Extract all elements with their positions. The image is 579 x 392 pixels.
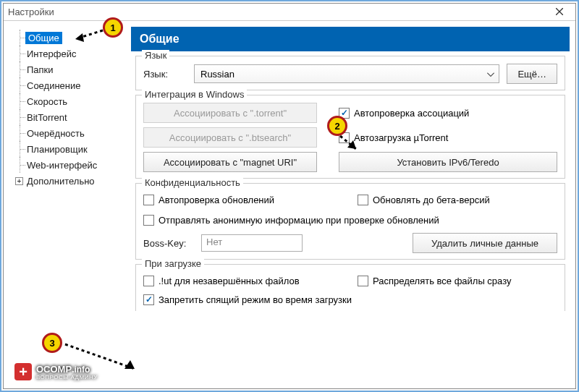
- assoc-magnet-button[interactable]: Ассоциировать с "magnet URI": [143, 152, 317, 172]
- ut-incomplete-checkbox[interactable]: [143, 276, 154, 286]
- watermark: + OCOMP.info ВОПРОСЫ АДМИНУ: [14, 363, 98, 380]
- chevron-down-icon: [487, 69, 494, 80]
- prevent-sleep-label: Запретить спящий режим во время загрузки: [159, 294, 352, 305]
- assoc-torrent-button: Ассоциировать с ".torrent": [143, 103, 317, 123]
- bosskey-label: Boss-Key:: [143, 238, 194, 249]
- annotation-badge-2: 2: [327, 116, 347, 136]
- language-label: Язык:: [143, 69, 187, 80]
- settings-tree: Общие Интерфейс Папки Соединение Скорост…: [9, 27, 125, 383]
- update-beta-label: Обновлять до бета-версий: [373, 195, 490, 205]
- titlebar: Настройки: [4, 4, 575, 21]
- panel-title: Общие: [131, 27, 570, 51]
- group-privacy-legend: Конфиденциальность: [142, 177, 243, 188]
- close-button[interactable]: [545, 4, 574, 20]
- tree-item-advanced[interactable]: +Дополнительно: [11, 173, 124, 189]
- bosskey-input[interactable]: Нет: [201, 234, 303, 252]
- tree-item-connection[interactable]: Соединение: [11, 77, 124, 93]
- update-beta-checkbox[interactable]: [358, 195, 368, 205]
- autocheck-assoc-label: Автопроверка ассоциаций: [354, 108, 469, 119]
- annotation-arrow-2: [337, 135, 366, 156]
- delete-data-button[interactable]: Удалить личные данные: [413, 233, 557, 253]
- language-value: Russian: [200, 69, 234, 80]
- ut-incomplete-label: .!ut для незавершённых файлов: [159, 276, 300, 286]
- tree-item-folders[interactable]: Папки: [11, 61, 124, 77]
- plus-icon: +: [14, 363, 32, 380]
- prealloc-checkbox[interactable]: [358, 276, 368, 286]
- prealloc-label: Распределять все файлы сразу: [373, 276, 512, 286]
- tree-item-scheduler[interactable]: Планировщик: [11, 141, 124, 157]
- svg-marker-7: [124, 360, 135, 369]
- svg-marker-3: [75, 33, 84, 42]
- autocheck-updates-label: Автопроверка обновлений: [159, 195, 274, 205]
- close-icon: [556, 8, 563, 15]
- svg-marker-5: [347, 140, 356, 149]
- install-ipv6-button[interactable]: Установить IPv6/Teredo: [339, 152, 557, 172]
- annotation-badge-1: 1: [103, 17, 123, 38]
- window-title: Настройки: [8, 7, 54, 17]
- send-anon-checkbox[interactable]: [143, 215, 154, 226]
- tree-item-webui[interactable]: Web-интерфейс: [11, 157, 124, 173]
- group-integration-legend: Интеграция в Windows: [142, 89, 247, 100]
- tree-item-interface[interactable]: Интерфейс: [11, 46, 124, 61]
- assoc-btsearch-button: Ассоциировать с ".btsearch": [143, 127, 317, 148]
- group-language-legend: Язык: [142, 50, 169, 61]
- watermark-main: OCOMP: [36, 364, 72, 375]
- watermark-sub: ВОПРОСЫ АДМИНУ: [36, 375, 98, 380]
- annotation-badge-3: 3: [42, 333, 62, 353]
- group-download: При загрузке .!ut для незавершённых файл…: [135, 264, 565, 311]
- group-download-legend: При загрузке: [142, 258, 204, 269]
- send-anon-label: Отправлять анонимную информацию при пров…: [159, 215, 439, 226]
- prevent-sleep-checkbox[interactable]: [143, 294, 154, 305]
- group-language: Язык Язык: Russian Ещё…: [135, 56, 565, 90]
- group-privacy: Конфиденциальность Автопроверка обновлен…: [135, 183, 565, 260]
- tree-item-bittorrent[interactable]: BitTorrent: [11, 109, 124, 125]
- watermark-suffix: .info: [72, 365, 90, 375]
- language-select[interactable]: Russian: [194, 64, 499, 83]
- autoload-utorrent-label: Автозагрузка µTorrent: [354, 132, 448, 143]
- tree-item-speed[interactable]: Скорость: [11, 93, 124, 109]
- more-languages-button[interactable]: Ещё…: [507, 64, 557, 84]
- annotation-arrow-1: [67, 27, 106, 45]
- tree-item-queue[interactable]: Очерёдность: [11, 125, 124, 141]
- autocheck-updates-checkbox[interactable]: [143, 195, 154, 205]
